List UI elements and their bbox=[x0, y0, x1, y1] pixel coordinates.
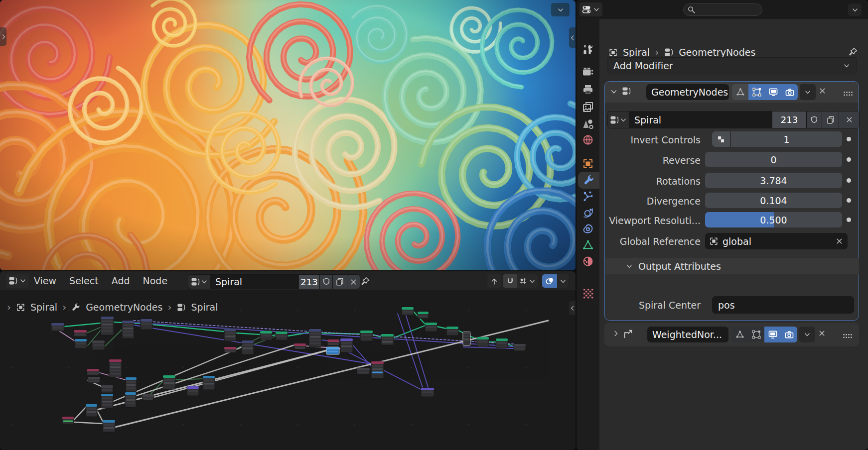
tab-physics[interactable] bbox=[577, 204, 599, 221]
node[interactable] bbox=[276, 332, 288, 340]
toggle-monitor[interactable] bbox=[765, 84, 781, 100]
animate-decorator[interactable] bbox=[847, 198, 851, 203]
modifier-extras-dropdown[interactable] bbox=[799, 327, 815, 342]
viewport-3d[interactable] bbox=[0, 0, 576, 270]
modifier-extras-dropdown[interactable] bbox=[800, 84, 816, 100]
node-group-browse-button[interactable] bbox=[608, 112, 629, 128]
tab-render[interactable] bbox=[577, 64, 599, 81]
node[interactable] bbox=[309, 329, 321, 347]
animate-decorator[interactable] bbox=[847, 157, 851, 162]
node[interactable] bbox=[187, 386, 199, 396]
menu-node[interactable]: Node bbox=[143, 275, 168, 286]
node[interactable] bbox=[88, 377, 100, 383]
node[interactable] bbox=[496, 338, 508, 348]
param-value-invert-controls[interactable]: 1 bbox=[731, 131, 842, 147]
editor-type-button[interactable] bbox=[6, 274, 29, 288]
node[interactable] bbox=[357, 368, 370, 374]
node[interactable] bbox=[463, 332, 470, 345]
go-to-parent-button[interactable] bbox=[487, 274, 501, 288]
node[interactable] bbox=[294, 343, 306, 349]
node[interactable] bbox=[402, 307, 414, 315]
param-value-reverse[interactable]: 0 bbox=[705, 152, 842, 167]
toggle-vertex-tri[interactable] bbox=[732, 84, 748, 100]
fake-user-shield-button[interactable] bbox=[807, 112, 822, 128]
viewport-toolbar-expand[interactable] bbox=[0, 27, 6, 46]
node[interactable] bbox=[421, 388, 434, 397]
node[interactable] bbox=[87, 369, 99, 375]
use-attribute-toggle[interactable] bbox=[712, 131, 730, 147]
node[interactable] bbox=[340, 338, 353, 352]
node[interactable] bbox=[514, 344, 526, 351]
filter-dropdown[interactable] bbox=[848, 3, 862, 16]
node[interactable] bbox=[103, 420, 115, 432]
node[interactable] bbox=[260, 331, 272, 340]
node-group-name-field[interactable]: Spiral bbox=[629, 112, 772, 128]
tab-texture[interactable] bbox=[577, 285, 599, 302]
node[interactable] bbox=[418, 312, 429, 319]
node[interactable] bbox=[141, 319, 152, 330]
overlays-dropdown[interactable] bbox=[558, 274, 568, 288]
node[interactable] bbox=[62, 417, 74, 424]
drag-handle[interactable] bbox=[842, 331, 853, 341]
output-attributes-section[interactable]: Output Attributes bbox=[605, 258, 859, 274]
editor-type-button[interactable] bbox=[579, 2, 602, 16]
chevron-right-icon[interactable]: › bbox=[7, 301, 11, 313]
breadcrumb-nodetree[interactable]: GeometryNodes bbox=[679, 47, 755, 58]
tab-scene[interactable] bbox=[577, 115, 599, 132]
fake-user-shield-button[interactable] bbox=[320, 275, 332, 289]
breadcrumb-item[interactable]: Spiral bbox=[30, 302, 57, 313]
viewport-collapse-button[interactable] bbox=[551, 3, 570, 16]
node[interactable] bbox=[101, 317, 114, 335]
node[interactable] bbox=[425, 323, 437, 332]
node-group-users-count[interactable]: 213 bbox=[772, 112, 806, 128]
geometry-node-editor[interactable]: ViewSelectAddNode Spiral 213 ›Spiral›Geo bbox=[0, 271, 576, 450]
close-icon[interactable] bbox=[835, 237, 844, 245]
menu-add[interactable]: Add bbox=[112, 275, 130, 286]
modifier-name-field[interactable]: GeometryNodes bbox=[646, 84, 729, 100]
param-value-rotations[interactable]: 3.784 bbox=[705, 173, 842, 188]
tab-modifier[interactable] bbox=[578, 172, 599, 189]
node[interactable] bbox=[224, 347, 236, 352]
node[interactable] bbox=[360, 331, 373, 341]
node[interactable] bbox=[224, 329, 236, 341]
search-input[interactable] bbox=[683, 3, 762, 16]
toggle-edit-cage[interactable] bbox=[748, 84, 765, 100]
node[interactable] bbox=[203, 376, 215, 390]
node[interactable] bbox=[126, 377, 137, 392]
node[interactable] bbox=[109, 359, 122, 377]
expand-chevron-icon[interactable] bbox=[612, 330, 620, 338]
node[interactable] bbox=[326, 347, 339, 354]
toggle-camera[interactable] bbox=[781, 84, 798, 100]
node-graph-canvas[interactable] bbox=[0, 290, 576, 450]
node[interactable] bbox=[51, 323, 64, 331]
viewport-sidebar-expand[interactable] bbox=[569, 27, 576, 48]
node[interactable] bbox=[477, 337, 489, 347]
menu-select[interactable]: Select bbox=[69, 275, 99, 286]
param-value-viewport-resoluti-[interactable]: 0.500 bbox=[705, 212, 842, 227]
drag-handle[interactable] bbox=[843, 88, 854, 99]
tab-particles[interactable] bbox=[577, 188, 599, 205]
delete-modifier-button[interactable] bbox=[818, 87, 827, 95]
object-reference-field[interactable]: global bbox=[705, 233, 848, 249]
tab-data[interactable] bbox=[577, 236, 599, 253]
node[interactable] bbox=[86, 404, 97, 417]
node-sidebar-expand[interactable] bbox=[569, 301, 576, 315]
pin-button[interactable] bbox=[360, 276, 371, 287]
node[interactable] bbox=[92, 340, 105, 350]
node[interactable] bbox=[242, 340, 254, 354]
node[interactable] bbox=[101, 385, 113, 393]
delete-modifier-button[interactable] bbox=[818, 329, 826, 338]
node[interactable] bbox=[142, 394, 154, 400]
unlink-button[interactable] bbox=[347, 275, 360, 289]
tab-viewlayer[interactable] bbox=[577, 99, 599, 115]
snap-toggle-button[interactable] bbox=[503, 274, 517, 288]
node[interactable] bbox=[74, 330, 87, 337]
node[interactable] bbox=[101, 394, 113, 408]
animate-decorator[interactable] bbox=[847, 178, 851, 183]
tab-object[interactable] bbox=[577, 155, 599, 172]
node[interactable] bbox=[381, 334, 394, 345]
add-modifier-button[interactable]: Add Modifier bbox=[607, 57, 857, 74]
node-group-browse-button[interactable] bbox=[188, 275, 210, 289]
modifier-name-field[interactable]: WeightedNor... bbox=[647, 327, 728, 342]
node-group-name-field[interactable]: Spiral bbox=[210, 275, 299, 289]
